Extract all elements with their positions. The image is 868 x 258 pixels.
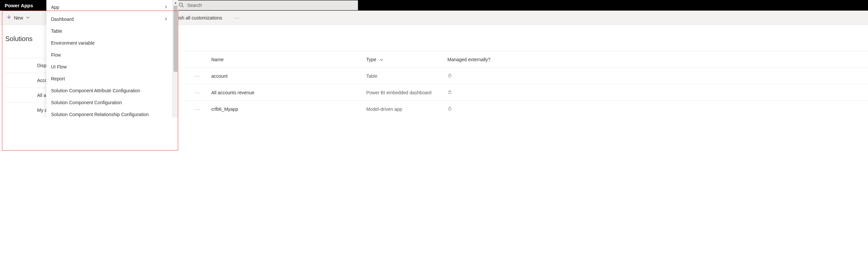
search-box[interactable]: Search	[174, 0, 358, 10]
command-bar: New ublish all customizations ··· AppDas…	[0, 10, 868, 25]
svg-rect-6	[448, 91, 451, 94]
new-menu-item-label: Table	[51, 29, 62, 34]
new-menu-item-label: Solution Component Configuration	[51, 100, 122, 105]
row-managed-lock-icon	[447, 106, 514, 112]
svg-marker-4	[175, 2, 177, 4]
row-name[interactable]: All accounts revenue	[211, 90, 366, 95]
svg-rect-7	[448, 108, 451, 110]
search-placeholder: Search	[187, 3, 202, 8]
new-menu-item-label: Solution Component Attribute Configurati…	[51, 88, 140, 93]
new-menu-item[interactable]: Flow	[46, 49, 173, 61]
new-menu-item-label: Flow	[51, 52, 61, 58]
new-menu-item[interactable]: Solution Component Configuration	[46, 97, 173, 109]
table-row[interactable]: ···crfb6_MyappModel-driven app	[184, 101, 868, 117]
new-button-label: New	[14, 15, 23, 21]
new-menu-item[interactable]: Dashboard	[46, 13, 173, 25]
new-menu-item-label: Environment variable	[51, 40, 95, 46]
row-type: Model-driven app	[366, 107, 447, 112]
grid-header-name[interactable]: Name	[211, 57, 366, 62]
new-menu-item[interactable]: Solution Component Attribute Configurati…	[46, 85, 173, 97]
new-menu: AppDashboardTableEnvironment variableFlo…	[46, 0, 173, 117]
new-menu-item[interactable]: Solution Component Relationship Configur…	[46, 109, 173, 117]
table-row[interactable]: ···All accounts revenuePower BI embedded…	[184, 84, 868, 101]
grid-header-row: Name Type Managed externally?	[184, 51, 868, 68]
grid-header-managed[interactable]: Managed externally?	[447, 57, 514, 62]
grid-header-type-label: Type	[366, 57, 376, 62]
row-name[interactable]: account	[211, 73, 366, 79]
new-menu-item-label: Solution Component Relationship Configur…	[51, 112, 149, 117]
row-type: Power BI embedded dashboard	[366, 90, 447, 95]
items-grid: Name Type Managed externally? ···account…	[184, 51, 868, 117]
new-menu-item[interactable]: App	[46, 1, 173, 13]
row-actions-button[interactable]: ···	[184, 90, 211, 95]
new-menu-item-label: App	[51, 5, 59, 10]
row-name[interactable]: crfb6_Myapp	[211, 107, 366, 112]
new-menu-item[interactable]: Environment variable	[46, 37, 173, 49]
new-menu-container: AppDashboardTableEnvironment variableFlo…	[46, 0, 178, 117]
chevron-right-icon	[164, 16, 168, 22]
plus-icon	[7, 15, 11, 21]
new-menu-item[interactable]: Report	[46, 73, 173, 85]
new-menu-item-label: Dashboard	[51, 16, 74, 22]
menu-scrollbar[interactable]	[173, 0, 178, 117]
scroll-thumb[interactable]	[174, 6, 178, 72]
scroll-up-arrow-icon[interactable]	[173, 0, 178, 6]
row-actions-button[interactable]: ···	[184, 107, 211, 112]
publish-all-button[interactable]: ublish all customizations	[172, 15, 222, 21]
svg-point-0	[179, 3, 183, 6]
chevron-down-icon	[377, 57, 383, 62]
svg-line-1	[182, 6, 183, 7]
new-menu-item[interactable]: Table	[46, 25, 173, 37]
row-type: Table	[366, 73, 447, 79]
row-managed-lock-icon	[447, 89, 514, 95]
chevron-down-icon	[26, 15, 30, 21]
table-row[interactable]: ···accountTable	[184, 68, 868, 84]
new-menu-item-label: UI Flow	[51, 64, 67, 69]
new-menu-item-label: Report	[51, 76, 65, 81]
command-bar-more-button[interactable]: ···	[234, 15, 240, 21]
app-title: Power Apps	[0, 0, 38, 10]
new-menu-item[interactable]: UI Flow	[46, 61, 173, 73]
search-icon	[179, 2, 184, 9]
svg-rect-5	[448, 75, 451, 77]
row-managed-lock-icon	[447, 73, 514, 79]
chevron-right-icon	[164, 5, 168, 10]
row-actions-button[interactable]: ···	[184, 73, 211, 79]
grid-header-type[interactable]: Type	[366, 57, 447, 62]
new-button[interactable]: New	[4, 13, 32, 22]
